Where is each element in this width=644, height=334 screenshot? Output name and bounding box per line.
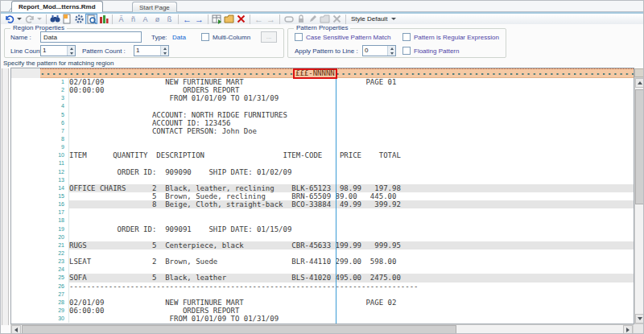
new-page-button[interactable] (61, 14, 73, 25)
case-sensitive-checkbox[interactable] (295, 33, 303, 41)
table-import-icon (212, 14, 222, 24)
undo-dropdown-caret[interactable] (17, 18, 22, 20)
line-number: 6 (11, 119, 69, 127)
trap-blank-button[interactable]: ø (151, 14, 163, 25)
style-combo[interactable]: Style Default (351, 15, 398, 23)
edit-disabled-button[interactable] (307, 14, 319, 25)
line-text[interactable] (69, 102, 634, 110)
line-count-spinner[interactable]: 1 (40, 45, 76, 56)
back-arrow-disabled-button[interactable]: ← (253, 14, 265, 25)
line-text[interactable]: ACCOUNT: NORTH RIDGE FURNITURES (69, 111, 634, 119)
settings-button[interactable] (73, 14, 85, 25)
merge-disabled-button[interactable] (283, 14, 295, 25)
line-text[interactable] (69, 176, 634, 184)
line-number: 14 (11, 184, 69, 192)
pattern-dots-area[interactable]: £££-ÑÑÑÑÑ (40, 68, 634, 78)
line-text[interactable]: 00:00:00 ORDERS REPORT (69, 86, 634, 94)
merge-disabled-icon (284, 15, 294, 23)
line-text[interactable]: ----------------------------------------… (69, 282, 634, 291)
line-text[interactable]: 5 Brown, Suede, reclining BRN-65509 89.0… (69, 192, 634, 200)
forward-arrow-disabled-button[interactable]: → (265, 14, 277, 25)
horizontal-scrollbar[interactable] (10, 324, 634, 334)
line-text[interactable]: 02/01/09 NEW FURTINURE MART PAGE 02 (69, 299, 634, 307)
chart-button[interactable] (97, 14, 109, 25)
region-name-input[interactable] (40, 31, 142, 43)
scroll-left-button[interactable] (11, 325, 21, 334)
redo-dropdown-caret[interactable] (37, 18, 42, 20)
report-line: 3 FROM 01/01/09 TO 01/31/09 (11, 94, 634, 102)
column-guide-line[interactable] (336, 68, 336, 324)
toolbar-separator (250, 14, 250, 24)
trap-pattern-box[interactable]: £££-ÑÑÑÑÑ (293, 68, 337, 79)
undo-button[interactable] (3, 14, 15, 25)
vertical-scrollbar[interactable] (634, 77, 644, 324)
regex-checkbox[interactable] (402, 33, 411, 41)
line-text[interactable]: SOFA 5 Black, leather BLS-41020 495.00 2… (69, 274, 634, 282)
line-text[interactable] (69, 233, 634, 241)
delete-region-button[interactable] (235, 14, 247, 25)
vertical-scroll-thumb[interactable] (635, 89, 644, 204)
report-line: 27 (11, 291, 634, 299)
pattern-definition-row[interactable]: £££-ÑÑÑÑÑ (11, 68, 634, 78)
line-count-spin-buttons[interactable] (67, 46, 75, 56)
scroll-up-button[interactable] (635, 78, 644, 88)
browse-button[interactable]: ... (261, 31, 277, 43)
line-text[interactable]: 06:00:00 ORDERS REPORT (69, 307, 634, 315)
line-text[interactable]: ORDER ID: 909091 SHIP DATE: 01/15/09 (69, 225, 634, 233)
line-text[interactable]: RUGS 5 Centerpiece, black CBR-45633 199.… (69, 241, 634, 249)
remove-disabled-button[interactable] (331, 14, 343, 25)
next-arrow-button[interactable]: → (193, 14, 205, 25)
trap-alpha-button[interactable]: Ã (115, 14, 127, 25)
left-splitter[interactable] (2, 68, 9, 325)
trap-nonblank-button[interactable]: ß (163, 14, 175, 25)
line-text[interactable] (69, 208, 634, 216)
line-text[interactable]: FROM 01/01/09 TO 01/31/09 (69, 94, 634, 102)
lock-disabled-button[interactable] (295, 14, 307, 25)
trap-numeric-button[interactable]: ñ (127, 14, 139, 25)
line-text[interactable]: FROM 01/01/09 TO 01/31/09 (69, 315, 634, 323)
scroll-down-button[interactable] (635, 314, 644, 324)
line-text[interactable] (69, 143, 634, 151)
magnifier-document-icon (87, 14, 97, 24)
open-model-button[interactable] (223, 14, 235, 25)
line-text[interactable] (69, 216, 634, 225)
line-text[interactable]: ITEM QUANTITY DESCRIPTION ITEM-CODE PRIC… (69, 151, 634, 159)
tab-report-model[interactable]: Report_Mod...tterns.Rmd (11, 1, 103, 12)
floating-pattern-checkbox[interactable] (402, 47, 411, 55)
tab-start-page[interactable]: Start Page (132, 2, 177, 12)
line-number: 23 (11, 258, 69, 266)
previous-arrow-button[interactable]: ← (181, 14, 193, 25)
line-text[interactable] (69, 291, 634, 299)
toolbar-separator (112, 14, 113, 24)
line-text[interactable] (69, 135, 634, 143)
line-text[interactable]: 02/01/09 NEW FURTINURE MART PAGE 01 (69, 78, 634, 86)
find-button[interactable] (49, 14, 61, 25)
line-text[interactable]: LSEAT 2 Brown, Suede BLR-44110 299.00 59… (69, 258, 634, 266)
line-text[interactable]: CONTACT PERSON: John Doe (69, 127, 634, 135)
pattern-count-spinner[interactable]: 1 (134, 45, 169, 56)
pattern-count-spin-buttons[interactable] (160, 46, 168, 56)
line-text[interactable] (69, 266, 634, 274)
type-label: Type: (151, 34, 167, 41)
line-text[interactable]: ORDER ID: 909090 SHIP DATE: 01/02/09 (69, 168, 634, 176)
export-table-button[interactable] (211, 14, 223, 25)
apply-pattern-spin-buttons[interactable] (387, 46, 395, 56)
line-text[interactable] (69, 159, 634, 167)
line-text[interactable]: 8 Beige, Cloth, straight-back BCO-33884 … (69, 200, 634, 208)
pattern-count-label: Pattern Count : (82, 47, 126, 55)
report-line: 7 CONTACT PERSON: John Doe (11, 127, 634, 135)
scroll-right-button[interactable] (623, 325, 633, 334)
line-text[interactable] (69, 249, 634, 258)
multi-column-checkbox[interactable] (201, 33, 209, 41)
redo-button[interactable] (23, 14, 35, 25)
line-number: 13 (11, 176, 69, 184)
trap-any-char-button[interactable]: A (139, 14, 151, 25)
apply-pattern-spinner[interactable]: 0 (362, 45, 396, 56)
horizontal-scroll-thumb[interactable] (22, 325, 456, 334)
preview-report-button[interactable] (85, 14, 97, 25)
line-text[interactable]: ACCOUNT ID: 123456 (69, 119, 634, 127)
line-number: 22 (11, 249, 69, 258)
folder-disabled-button[interactable] (319, 14, 331, 25)
line-text[interactable]: OFFICE CHAIRS 2 Black, leather, reclinin… (69, 184, 634, 192)
line-number: 25 (11, 274, 69, 282)
